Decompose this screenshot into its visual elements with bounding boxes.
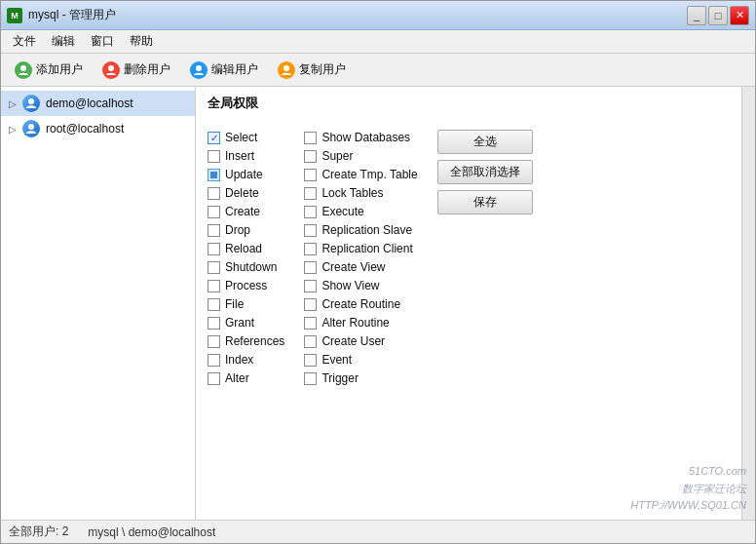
action-buttons: 全选 全部取消选择 保存 <box>437 130 533 386</box>
permissions-panel: 全局权限 SelectInsertUpdateDeleteCreateDropR… <box>196 87 741 520</box>
perm-item: Alter <box>208 370 284 386</box>
perm-item: Shutdown <box>208 259 284 275</box>
perm-label-create-view: Create View <box>321 260 385 274</box>
perm-label-references: References <box>225 334 284 348</box>
window-title: mysql - 管理用户 <box>28 7 687 23</box>
perm-label-process: Process <box>225 279 267 292</box>
perm-checkbox-file[interactable] <box>208 298 220 311</box>
perm-label-create-routine: Create Routine <box>321 297 400 311</box>
perm-item: Show View <box>304 278 417 293</box>
add-user-button[interactable]: 添加用户 <box>7 58 91 82</box>
total-users: 全部用户: 2 <box>9 524 68 540</box>
delete-user-button[interactable]: 删除用户 <box>94 58 178 82</box>
perm-item: Replication Client <box>304 241 417 256</box>
perm-checkbox-show-databases[interactable] <box>304 132 317 144</box>
permissions-header: 全局权限 <box>208 95 730 122</box>
perm-label-super: Super <box>321 149 353 163</box>
edit-user-icon <box>190 61 208 79</box>
perm-label-show-databases: Show Databases <box>321 131 410 144</box>
perm-checkbox-show-view[interactable] <box>304 280 317 292</box>
perm-label-execute: Execute <box>321 205 363 218</box>
perm-checkbox-alter-routine[interactable] <box>304 317 317 330</box>
perm-label-show-view: Show View <box>321 279 379 292</box>
perm-label-create-tmp.-table: Create Tmp. Table <box>321 168 417 181</box>
perm-label-lock-tables: Lock Tables <box>321 186 383 200</box>
perm-checkbox-super[interactable] <box>304 150 317 163</box>
perm-checkbox-create[interactable] <box>208 206 220 218</box>
close-button[interactable]: ✕ <box>730 6 749 25</box>
perm-checkbox-drop[interactable] <box>208 224 220 237</box>
perm-checkbox-references[interactable] <box>208 335 220 348</box>
scrollbar[interactable] <box>741 87 755 520</box>
minimize-button[interactable]: _ <box>687 6 706 25</box>
perm-item: Reload <box>208 241 284 256</box>
menu-help[interactable]: 帮助 <box>122 31 161 52</box>
add-user-icon <box>15 61 32 79</box>
perm-checkbox-replication-client[interactable] <box>304 243 317 255</box>
user-item-root[interactable]: ▷ root@localhost <box>1 116 195 141</box>
perm-checkbox-grant[interactable] <box>208 317 220 330</box>
user-avatar-demo <box>22 95 40 112</box>
select-all-button[interactable]: 全选 <box>437 130 533 154</box>
perm-checkbox-shutdown[interactable] <box>208 261 220 274</box>
perm-item: Index <box>208 352 284 368</box>
menu-edit[interactable]: 编辑 <box>44 31 83 52</box>
perm-label-replication-client: Replication Client <box>321 242 412 255</box>
deselect-all-button[interactable]: 全部取消选择 <box>437 160 533 184</box>
perm-item: Event <box>304 352 417 368</box>
menu-bar: 文件 编辑 窗口 帮助 <box>1 30 755 54</box>
menu-window[interactable]: 窗口 <box>83 31 122 52</box>
perm-checkbox-index[interactable] <box>208 354 220 367</box>
user-item-demo[interactable]: ▷ demo@localhost <box>1 91 195 116</box>
delete-user-icon <box>102 61 120 79</box>
perm-checkbox-reload[interactable] <box>208 243 220 255</box>
perm-checkbox-lock-tables[interactable] <box>304 187 317 200</box>
user-label-demo: demo@localhost <box>46 97 133 110</box>
perm-checkbox-execute[interactable] <box>304 206 317 218</box>
perm-item: Alter Routine <box>304 315 417 330</box>
permissions-col2: Show DatabasesSuperCreate Tmp. TableLock… <box>304 130 417 386</box>
user-list: ▷ demo@localhost ▷ root@localhost <box>1 87 196 520</box>
permissions-col1: SelectInsertUpdateDeleteCreateDropReload… <box>208 130 284 386</box>
perm-label-file: File <box>225 297 244 311</box>
title-bar: M mysql - 管理用户 _ □ ✕ <box>1 1 755 30</box>
copy-user-button[interactable]: 复制用户 <box>270 58 354 82</box>
perm-checkbox-alter[interactable] <box>208 372 220 385</box>
permissions-grid: SelectInsertUpdateDeleteCreateDropReload… <box>208 130 418 386</box>
svg-point-2 <box>196 65 202 71</box>
perm-checkbox-create-user[interactable] <box>304 335 317 348</box>
toolbar: 添加用户 删除用户 编辑用户 复制用户 <box>1 54 755 87</box>
perm-item: References <box>208 333 284 349</box>
perm-item: Trigger <box>304 370 417 386</box>
perm-item: Super <box>304 148 417 164</box>
perm-checkbox-replication-slave[interactable] <box>304 224 317 237</box>
perm-item: Show Databases <box>304 130 417 145</box>
perm-item: Insert <box>208 148 284 164</box>
app-icon: M <box>7 8 22 23</box>
perm-checkbox-trigger[interactable] <box>304 372 317 385</box>
perm-checkbox-delete[interactable] <box>208 187 220 200</box>
menu-file[interactable]: 文件 <box>5 31 44 52</box>
perm-label-drop: Drop <box>225 223 250 237</box>
save-button[interactable]: 保存 <box>437 190 533 214</box>
perm-item: Process <box>208 278 284 293</box>
user-label-root: root@localhost <box>46 122 124 136</box>
perm-checkbox-create-routine[interactable] <box>304 298 317 311</box>
svg-point-5 <box>28 124 34 130</box>
perm-label-grant: Grant <box>225 316 254 330</box>
perm-checkbox-update[interactable] <box>208 169 220 181</box>
maximize-button[interactable]: □ <box>708 6 728 25</box>
perm-checkbox-event[interactable] <box>304 354 317 367</box>
perm-checkbox-select[interactable] <box>208 132 220 144</box>
expand-arrow-demo: ▷ <box>9 98 17 109</box>
window-controls: _ □ ✕ <box>687 6 749 25</box>
perm-label-shutdown: Shutdown <box>225 260 277 274</box>
perm-checkbox-create-view[interactable] <box>304 261 317 274</box>
svg-point-3 <box>284 65 289 71</box>
perm-checkbox-insert[interactable] <box>208 150 220 163</box>
perm-item: Drop <box>208 222 284 238</box>
edit-user-button[interactable]: 编辑用户 <box>182 58 266 82</box>
perm-label-index: Index <box>225 353 253 367</box>
perm-checkbox-process[interactable] <box>208 280 220 292</box>
perm-checkbox-create-tmp.-table[interactable] <box>304 169 317 181</box>
